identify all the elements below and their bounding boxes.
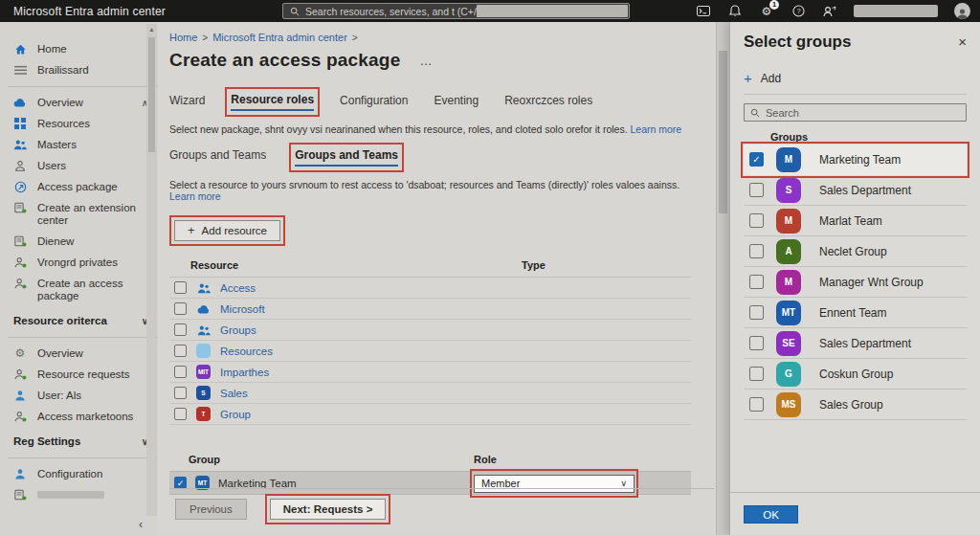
sidebar-section-reg-settings[interactable]: Reg Settings∨ [0, 427, 158, 452]
cloud-shell-icon[interactable] [696, 4, 711, 19]
learn-more-link[interactable]: Learn more [631, 123, 682, 135]
subtab-groups-and-teams[interactable]: Groups and Teams [295, 148, 398, 167]
role-dropdown[interactable]: Member ∨ [474, 475, 635, 493]
group-list-item[interactable]: MMarlat Team [744, 206, 967, 236]
sidebar-item-label: Resources [37, 118, 90, 130]
sidebar-item-users[interactable]: Users [0, 155, 158, 176]
row-checkbox[interactable] [174, 366, 187, 378]
doc-accent-icon [13, 202, 27, 214]
group-list-item[interactable]: ANeclet Group [744, 236, 967, 267]
more-options-icon[interactable]: … [419, 54, 433, 68]
group-name: Marketing Team [819, 153, 901, 167]
sidebar-item-access-marketoons[interactable]: Access marketoons [0, 406, 158, 427]
tab-reoxrczces-roles[interactable]: Reoxrczces roles [504, 94, 592, 110]
global-search-input[interactable]: Search resources, services, and t (C+/) [282, 3, 630, 19]
avatar[interactable] [954, 3, 970, 19]
subtab-groups-and-teams[interactable]: Groups and Teams [169, 148, 266, 167]
previous-button[interactable]: Previous [175, 499, 247, 520]
sidebar-item-label: Users [37, 160, 66, 172]
table-row[interactable]: MITImparthes [169, 362, 691, 383]
group-checkbox[interactable] [749, 183, 764, 197]
ok-button[interactable]: OK [744, 505, 798, 524]
group-checkbox[interactable]: ✓ [749, 152, 764, 167]
row-checkbox[interactable] [174, 387, 187, 399]
feedback-icon[interactable] [822, 4, 837, 19]
group-list-item[interactable]: GCoskun Group [744, 359, 967, 390]
group-search-input[interactable]: Search [744, 103, 967, 122]
group-checkbox[interactable] [749, 336, 764, 350]
table-row[interactable]: Microsoft [169, 299, 691, 320]
table-row[interactable]: Groups [169, 320, 691, 341]
row-checkbox[interactable] [174, 345, 187, 357]
sidebar-collapse-icon[interactable]: ‹ [139, 518, 143, 531]
add-group-button[interactable]: + Add [744, 72, 967, 85]
table-row[interactable]: SSales [169, 383, 691, 404]
group-list-item[interactable]: MSSales Group [744, 390, 967, 420]
table-row[interactable]: Access [169, 278, 691, 299]
sidebar-item-vrongrd-privates[interactable]: Vrongrd privates [0, 252, 158, 273]
resource-link[interactable]: Access [220, 282, 256, 294]
row-checkbox[interactable] [174, 281, 187, 294]
sidebar-item-access-package[interactable]: Access package [0, 176, 158, 197]
resource-link[interactable]: Imparthes [220, 367, 269, 378]
group-list-item[interactable]: MTEnnent Team [744, 298, 967, 328]
group-list-item[interactable]: ✓MMarketing Team [744, 145, 967, 175]
sidebar-item-home[interactable]: Home [0, 38, 158, 59]
group-checkbox[interactable] [749, 397, 764, 412]
tab-eventing[interactable]: Eventing [434, 94, 479, 110]
group-list-item[interactable]: SSales Department [744, 175, 967, 206]
sidebar-item-user-als[interactable]: User: Als [0, 385, 158, 406]
sidebar-section-resource-oriterca[interactable]: Resource oriterca∨ [0, 306, 158, 331]
sidebar-item-configuration[interactable]: Configuration [0, 463, 158, 484]
sidebar-item-overview[interactable]: Overview∧ [0, 92, 158, 113]
sidebar-item-brailissard[interactable]: Brailissard [0, 59, 158, 80]
table-row[interactable]: Resources [169, 341, 691, 362]
sidebar-item-overview[interactable]: ⚙Overview [0, 343, 158, 364]
sidebar-item-create-an-extension-center[interactable]: Create an extension center [0, 197, 158, 231]
row-checkbox[interactable] [174, 408, 187, 420]
breadcrumb-link[interactable]: Microsoft Entra admin center [212, 32, 347, 43]
add-resource-button[interactable]: + Add resource [174, 220, 280, 241]
tab-wizard[interactable]: Wizard [169, 94, 205, 110]
sidebar-item-resource-requests[interactable]: Resource requests [0, 364, 158, 385]
resource-link[interactable]: Sales [220, 388, 248, 399]
resource-link[interactable]: Groups [220, 324, 256, 336]
main-scrollbar[interactable] [716, 22, 729, 535]
description-top: Select new package, shnt ovyy vsi nearin… [169, 123, 691, 135]
page-title: Create an access package [169, 50, 400, 71]
sidebar-item-dienew[interactable]: Dienew [0, 231, 158, 252]
main-scrollbar-thumb[interactable] [719, 51, 727, 213]
group-list-item[interactable]: MManager Wnt Group [744, 267, 967, 298]
sidebar-item-partial[interactable] [0, 484, 158, 505]
tab-configuration[interactable]: Configuration [340, 94, 408, 110]
plus-icon: + [188, 226, 195, 235]
sidebar-item-masters[interactable]: Masters [0, 134, 158, 155]
row-checkbox[interactable] [174, 302, 187, 315]
help-icon[interactable]: ? [791, 4, 806, 19]
learn-more-link-2[interactable]: Learn more [169, 190, 221, 202]
group-checkbox[interactable] [749, 213, 764, 228]
group-avatar: A [776, 239, 801, 264]
scrollbar-thumb[interactable] [148, 37, 155, 152]
sidebar-item-resources[interactable]: Resources [0, 113, 158, 134]
notifications-icon[interactable] [727, 4, 743, 19]
row-checkbox[interactable] [174, 323, 187, 336]
group-checkbox[interactable] [749, 275, 764, 289]
group-checkbox[interactable] [749, 367, 764, 381]
selected-group-row[interactable]: ✓ MT Marketing Team Member ∨ [169, 471, 691, 495]
scrollbar-up-icon[interactable]: ▲ [146, 24, 157, 33]
tab-resource-roles[interactable]: Resource roles [231, 93, 314, 111]
resource-link[interactable]: Resources [220, 346, 273, 357]
settings-gear-icon[interactable]: ⚙ 1 [759, 4, 774, 19]
table-row[interactable]: TGroup [169, 404, 691, 425]
sidebar-scrollbar[interactable]: ▲ [146, 24, 157, 516]
resource-link[interactable]: Group [220, 409, 251, 420]
breadcrumb-link[interactable]: Home [169, 32, 197, 43]
group-checkbox[interactable] [749, 244, 764, 258]
group-list-item[interactable]: SESales Department [744, 328, 967, 359]
close-icon[interactable]: × [958, 35, 967, 49]
group-checkbox[interactable] [749, 305, 764, 320]
next-requests-button[interactable]: Next: Requests > [270, 499, 387, 520]
resource-link[interactable]: Microsoft [220, 303, 265, 315]
sidebar-item-create-an-access-package[interactable]: Create an access package [0, 273, 158, 306]
